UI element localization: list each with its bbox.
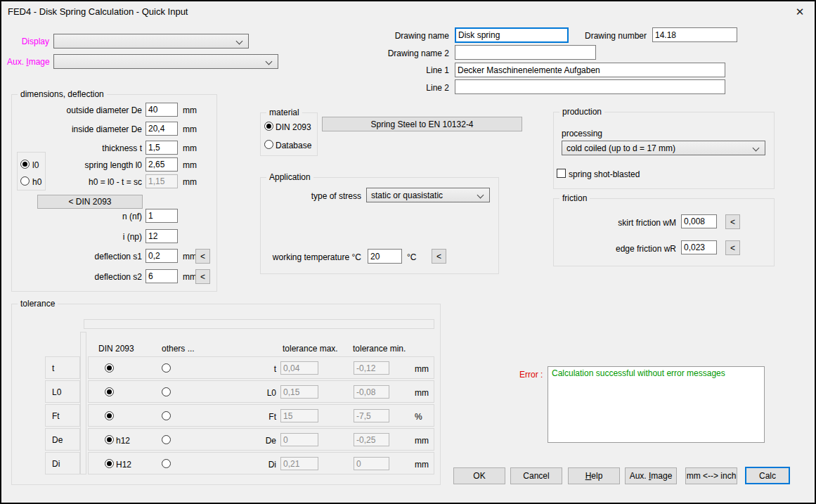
- edge-friction-input[interactable]: [681, 240, 717, 254]
- tolerance-max-input: [280, 385, 318, 399]
- h0-label: h0 = l0 - t = sc: [22, 177, 142, 187]
- tolerance-unit: mm: [415, 436, 429, 446]
- radio-others[interactable]: [162, 411, 171, 420]
- spring-length-label: spring length l0: [22, 160, 142, 170]
- drawing-number-input[interactable]: [652, 27, 737, 42]
- inside-diameter-unit: mm: [183, 124, 197, 134]
- radio-din[interactable]: [105, 387, 114, 396]
- display-label: Display: [8, 37, 49, 46]
- type-of-stress-dropdown[interactable]: static or quasistatic: [366, 188, 490, 202]
- tolerance-header-max: tolerance max.: [283, 344, 338, 354]
- close-icon[interactable]: ✕: [788, 3, 812, 20]
- i-np-input[interactable]: [145, 229, 178, 243]
- working-temperature-unit: °C: [407, 252, 416, 262]
- line1-label: Line 1: [409, 65, 449, 75]
- tolerance-min-input: [354, 385, 389, 399]
- processing-dropdown[interactable]: cold coiled (up to d = 17 mm): [562, 141, 765, 155]
- radio-material-database[interactable]: [264, 140, 273, 149]
- drawing-name-label: Drawing name: [381, 31, 449, 41]
- radio-din[interactable]: [105, 459, 114, 468]
- working-temperature-input[interactable]: [368, 249, 402, 264]
- thickness-unit: mm: [183, 143, 197, 153]
- tolerance-min-input: [354, 409, 389, 422]
- display-dropdown[interactable]: [53, 34, 249, 49]
- help-button[interactable]: Help: [568, 467, 620, 484]
- drawing-name-input[interactable]: [455, 27, 569, 43]
- processing-label: processing: [562, 129, 602, 138]
- skirt-friction-input[interactable]: [681, 214, 717, 228]
- i-np-label: i (np): [22, 232, 142, 242]
- cancel-button[interactable]: Cancel: [510, 467, 562, 484]
- n-nf-input[interactable]: [145, 209, 178, 223]
- deflection-s1-unit: mm: [183, 252, 197, 261]
- tolerance-max-input: [280, 409, 318, 422]
- error-message-box: Calculation successful without error mes…: [548, 366, 765, 443]
- h0-unit: mm: [183, 177, 197, 187]
- chevron-down-icon: [477, 192, 484, 199]
- deflection-s2-label: deflection s2: [22, 272, 142, 282]
- tolerance-row: Ft %: [88, 404, 434, 427]
- inside-diameter-input[interactable]: [145, 122, 178, 136]
- line2-input[interactable]: [455, 79, 725, 94]
- radio-others[interactable]: [162, 363, 171, 373]
- type-of-stress-value: static or quasistatic: [371, 190, 443, 200]
- tolerance-rowhead: De: [45, 428, 80, 451]
- material-group-legend: material: [266, 108, 302, 118]
- tolerance-row: L0 mm: [88, 380, 434, 403]
- title-bar[interactable]: FED4 - Disk Spring Calculation - Quick I…: [1, 1, 815, 21]
- working-temperature-pick-button[interactable]: <: [432, 249, 446, 264]
- inside-diameter-label: inside diameter De: [22, 124, 142, 134]
- skirt-friction-label: skirt friction wM: [585, 218, 676, 228]
- material-select-button[interactable]: Spring Steel to EN 10132-4: [322, 117, 522, 131]
- tolerance-min-input: [354, 457, 389, 470]
- tolerance-row: t mm: [88, 356, 434, 379]
- ok-button[interactable]: OK: [453, 467, 505, 484]
- radio-din[interactable]: [105, 363, 114, 373]
- tolerance-header-din: DIN 2093: [98, 344, 134, 354]
- radio-din-suffix: H12: [116, 460, 131, 470]
- shot-blasted-checkbox[interactable]: [557, 169, 566, 178]
- production-group-legend: production: [559, 107, 604, 117]
- error-message: Calculation successful without error mes…: [552, 368, 725, 378]
- error-label: Error :: [519, 370, 543, 380]
- aux-image-button[interactable]: Aux. Image: [625, 467, 677, 484]
- tolerance-max-input: [280, 433, 318, 446]
- param-label: De: [243, 436, 276, 446]
- radio-din-suffix: h12: [116, 436, 130, 446]
- radio-material-din2093[interactable]: [264, 122, 273, 131]
- spring-length-unit: mm: [183, 160, 197, 170]
- deflection-s2-pick-button[interactable]: <: [195, 269, 210, 284]
- deflection-s1-pick-button[interactable]: <: [195, 249, 210, 264]
- dialog-window: FED4 - Disk Spring Calculation - Quick I…: [0, 0, 816, 504]
- outside-diameter-input[interactable]: [145, 103, 178, 117]
- spring-length-input[interactable]: [145, 157, 178, 172]
- type-of-stress-label: type of stress: [283, 191, 361, 201]
- tolerance-rowhead: Di: [45, 452, 80, 474]
- radio-others[interactable]: [162, 435, 171, 444]
- radio-others[interactable]: [162, 459, 171, 468]
- line1-input[interactable]: [455, 63, 725, 77]
- deflection-s2-input[interactable]: [145, 269, 178, 283]
- edge-friction-pick-button[interactable]: <: [725, 240, 740, 255]
- radio-din[interactable]: [105, 435, 114, 444]
- drawing-number-label: Drawing number: [585, 31, 647, 41]
- radio-din[interactable]: [105, 411, 114, 420]
- friction-group-legend: friction: [559, 193, 590, 204]
- deflection-s1-input[interactable]: [145, 249, 178, 263]
- chevron-down-icon: [236, 38, 243, 45]
- tolerance-unit: %: [415, 412, 422, 422]
- mm-inch-button[interactable]: mm <--> inch: [685, 467, 737, 484]
- line2-label: Line 2: [409, 83, 449, 93]
- skirt-friction-pick-button[interactable]: <: [725, 214, 740, 229]
- param-label: L0: [243, 388, 276, 398]
- din-2093-button[interactable]: < DIN 2093: [37, 195, 143, 209]
- dimensions-group-legend: dimensions, deflection: [18, 89, 107, 100]
- drawing-name2-input[interactable]: [455, 45, 596, 60]
- thickness-input[interactable]: [145, 141, 178, 155]
- chevron-down-icon: [266, 58, 273, 65]
- calc-button[interactable]: Calc: [745, 467, 790, 484]
- radio-others[interactable]: [162, 387, 171, 396]
- aux-image-dropdown[interactable]: [53, 54, 278, 69]
- window-title: FED4 - Disk Spring Calculation - Quick I…: [8, 6, 188, 17]
- tolerance-row: h12 De mm: [88, 428, 434, 451]
